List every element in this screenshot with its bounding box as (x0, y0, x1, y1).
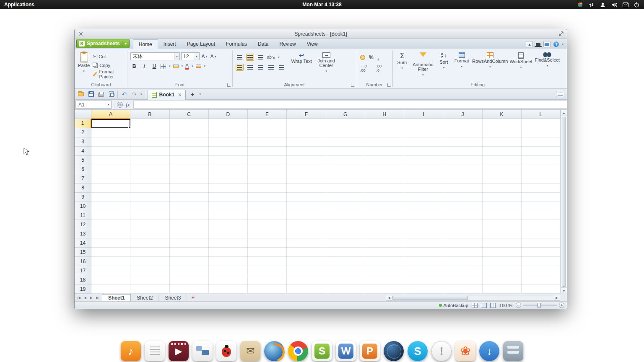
cell-K19[interactable] (483, 284, 522, 294)
cell-D15[interactable] (209, 248, 248, 257)
file-manager-icon[interactable] (503, 341, 523, 361)
cell-H13[interactable] (365, 229, 404, 238)
cell-H8[interactable] (365, 184, 404, 193)
applications-menu[interactable]: Applications (4, 2, 34, 8)
paste-button[interactable]: Paste ▾ (76, 50, 91, 82)
font-size-select[interactable]: 12 ▾ (181, 52, 200, 60)
font-size-dropdown-icon[interactable]: ▾ (194, 53, 199, 60)
cell-D19[interactable] (209, 284, 248, 294)
volume-icon[interactable] (611, 2, 617, 8)
row-header-11[interactable]: 11 (75, 211, 91, 220)
tab-review[interactable]: Review (274, 39, 301, 49)
cell-J14[interactable] (443, 238, 482, 248)
cell-A18[interactable] (91, 275, 130, 284)
cell-E7[interactable] (248, 174, 287, 184)
cell-J13[interactable] (443, 229, 482, 238)
wps-writer-icon[interactable]: W (336, 341, 356, 361)
cell-C6[interactable] (170, 165, 209, 174)
cell-F11[interactable] (287, 211, 326, 220)
cell-G17[interactable] (326, 266, 365, 275)
cell-A10[interactable] (91, 202, 130, 211)
cell-K13[interactable] (483, 229, 522, 238)
new-document-tab-button[interactable]: + (188, 90, 197, 98)
horizontal-scrollbar[interactable]: ◀ ▶ (386, 295, 560, 301)
borders-dropdown-icon[interactable]: ▾ (169, 65, 171, 68)
cell-B12[interactable] (130, 220, 169, 229)
underline-button[interactable]: U (151, 62, 158, 70)
redo-button[interactable]: ↷ (130, 90, 138, 98)
cell-J1[interactable] (443, 119, 482, 128)
row-header-6[interactable]: 6 (75, 165, 91, 174)
sheet-tab-sheet1[interactable]: Sheet1 (102, 294, 131, 301)
cell-D4[interactable] (209, 147, 248, 156)
cell-F12[interactable] (287, 220, 326, 229)
cell-G10[interactable] (326, 202, 365, 211)
cell-E8[interactable] (248, 184, 287, 193)
app-menu-button[interactable]: S Spreadsheets ▼ (76, 39, 130, 48)
cell-G8[interactable] (326, 184, 365, 193)
sort-dropdown-icon[interactable]: ▾ (443, 65, 445, 70)
column-header-K[interactable]: K (483, 110, 522, 119)
cell-J6[interactable] (443, 165, 482, 174)
decrease-indent-button[interactable] (267, 64, 275, 71)
row-header-16[interactable]: 16 (75, 257, 91, 266)
help-dropdown-icon[interactable]: ▾ (562, 43, 564, 46)
cell-I19[interactable] (404, 284, 443, 294)
cell-E6[interactable] (248, 165, 287, 174)
tab-page-layout[interactable]: Page Layout (182, 39, 221, 49)
align-bottom-button[interactable] (257, 54, 265, 61)
cell-F6[interactable] (287, 165, 326, 174)
cell-B18[interactable] (130, 275, 169, 284)
number-dialog-launcher-icon[interactable] (387, 83, 391, 87)
cell-D10[interactable] (209, 202, 248, 211)
cell-H4[interactable] (365, 147, 404, 156)
cell-C19[interactable] (170, 284, 209, 294)
cell-K1[interactable] (483, 119, 522, 128)
scroll-up-icon[interactable]: ▲ (561, 110, 567, 116)
video-player-icon[interactable]: ▶ (169, 341, 189, 361)
tab-list-icon[interactable] (556, 91, 564, 97)
cell-G5[interactable] (326, 156, 365, 165)
comma-style-icon[interactable]: , (377, 54, 379, 61)
borders-icon[interactable] (161, 64, 166, 69)
cell-B16[interactable] (130, 257, 169, 266)
sum-button[interactable]: Σ Sum ▾ (394, 50, 410, 82)
cell-F8[interactable] (287, 184, 326, 193)
titlebar[interactable]: ✕ Spreadsheets - [Book1] (75, 29, 567, 39)
column-header-H[interactable]: H (365, 110, 404, 119)
cell-H10[interactable] (365, 202, 404, 211)
cell-I5[interactable] (404, 156, 443, 165)
cell-L4[interactable] (522, 147, 561, 156)
cell-G18[interactable] (326, 275, 365, 284)
cell-L2[interactable] (522, 128, 561, 137)
cell-A6[interactable] (91, 165, 130, 174)
cell-L16[interactable] (522, 257, 561, 266)
cell-B2[interactable] (130, 128, 169, 137)
cell-E12[interactable] (248, 220, 287, 229)
print-button[interactable] (97, 90, 105, 98)
cell-J16[interactable] (443, 257, 482, 266)
italic-button[interactable]: I (140, 62, 148, 70)
cell-D12[interactable] (209, 220, 248, 229)
cell-H11[interactable] (365, 211, 404, 220)
prev-sheet-icon[interactable]: ◀ (82, 296, 88, 300)
horizontal-scroll-thumb[interactable] (392, 296, 468, 300)
highlight-color-icon[interactable] (196, 65, 201, 68)
cell-I9[interactable] (404, 193, 443, 202)
app-menu-dropdown-icon[interactable]: ▼ (122, 41, 127, 47)
indicator-applet-icon[interactable] (577, 2, 583, 8)
cell-C1[interactable] (170, 119, 209, 128)
cell-A13[interactable] (91, 229, 130, 238)
bold-button[interactable]: B (130, 62, 138, 70)
wrap-text-button[interactable]: ↩ Wrap Text (290, 50, 313, 82)
print-preview-button[interactable] (107, 90, 115, 98)
cell-J10[interactable] (443, 202, 482, 211)
cell-E3[interactable] (248, 137, 287, 147)
cell-L19[interactable] (522, 284, 561, 294)
cell-I14[interactable] (404, 238, 443, 248)
cell-K6[interactable] (483, 165, 522, 174)
font-name-dropdown-icon[interactable]: ▾ (174, 53, 179, 60)
autobackup-button[interactable]: AutoBackup (439, 303, 468, 308)
scroll-left-icon[interactable]: ◀ (386, 295, 392, 300)
undo-dropdown-icon[interactable]: ▾ (140, 93, 142, 96)
